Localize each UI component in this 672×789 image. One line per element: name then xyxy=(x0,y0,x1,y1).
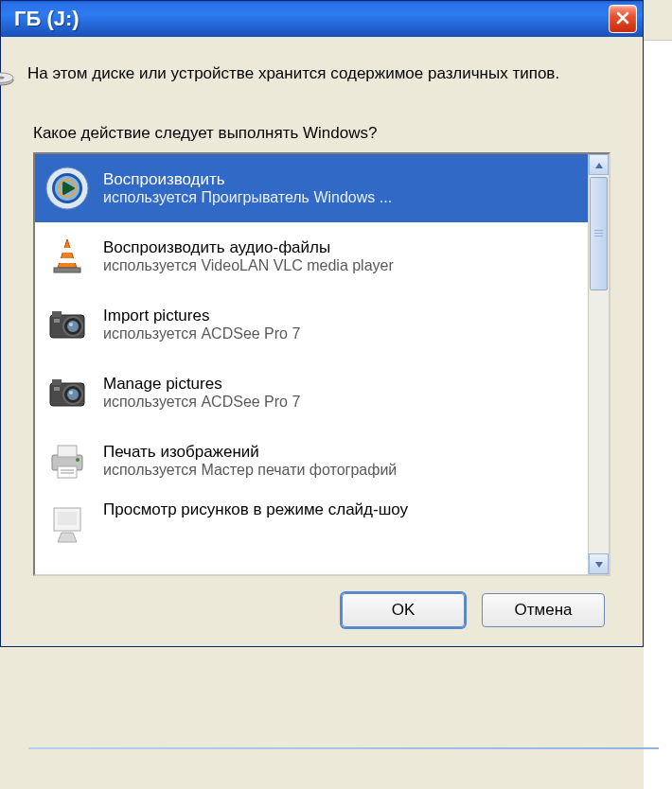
svg-point-20 xyxy=(69,391,73,394)
scroll-thumb[interactable] xyxy=(590,177,608,290)
svg-rect-29 xyxy=(58,512,77,525)
action-title: Import pictures xyxy=(103,307,578,325)
cancel-button[interactable]: Отмена xyxy=(482,593,605,627)
action-texts: Manage picturesиспользуется ACDSee Pro 7 xyxy=(103,375,578,411)
button-row: OK Отмена xyxy=(33,593,610,627)
scroll-down-button[interactable] xyxy=(589,553,609,574)
svg-point-25 xyxy=(76,458,80,462)
action-item[interactable]: Import picturesиспользуется ACDSee Pro 7 xyxy=(35,290,588,359)
action-item[interactable]: Воспроизводитьиспользуется Проигрыватель… xyxy=(35,154,588,222)
action-title: Печать изображений xyxy=(103,443,578,462)
action-texts: Печать изображенийиспользуется Мастер пе… xyxy=(103,443,578,479)
action-subtitle: используется ACDSee Pro 7 xyxy=(103,394,578,411)
chevron-up-icon xyxy=(594,158,604,172)
svg-point-14 xyxy=(69,323,73,326)
window-title: ГБ (J:) xyxy=(14,7,80,31)
action-title: Просмотр рисунков в режиме слайд-шоу xyxy=(103,500,578,519)
action-title: Воспроизводить аудио-файлы xyxy=(103,238,578,257)
svg-rect-23 xyxy=(58,446,77,457)
camera-icon xyxy=(44,302,90,347)
svg-rect-17 xyxy=(52,379,62,385)
background-divider xyxy=(28,747,659,749)
action-item[interactable]: Manage picturesиспользуется ACDSee Pro 7 xyxy=(35,359,588,427)
action-subtitle: используется Мастер печати фотографий xyxy=(103,462,578,479)
svg-rect-9 xyxy=(54,268,80,272)
action-texts: Просмотр рисунков в режиме слайд-шоу xyxy=(103,500,578,519)
action-item[interactable]: Просмотр рисунков в режиме слайд-шоу xyxy=(35,495,588,533)
svg-point-13 xyxy=(67,321,79,332)
chevron-down-icon xyxy=(594,557,604,571)
close-icon xyxy=(615,10,630,28)
svg-rect-24 xyxy=(58,466,77,478)
intro-text: На этом диске или устройстве хранится со… xyxy=(27,63,559,85)
close-button[interactable] xyxy=(609,5,637,33)
vlc-icon xyxy=(44,234,90,279)
action-texts: Воспроизводить аудио-файлыиспользуется V… xyxy=(103,238,578,274)
ok-button[interactable]: OK xyxy=(342,593,465,627)
scrollbar[interactable] xyxy=(588,154,609,574)
dialog-body: На этом диске или устройстве хранится со… xyxy=(1,37,643,646)
action-item[interactable]: Воспроизводить аудио-файлыиспользуется V… xyxy=(35,222,588,290)
camera-icon xyxy=(44,370,90,415)
titlebar[interactable]: ГБ (J:) xyxy=(1,1,643,37)
background-panel xyxy=(644,40,672,789)
screen-icon xyxy=(44,500,90,546)
action-list: Воспроизводитьиспользуется Проигрыватель… xyxy=(33,152,610,576)
action-title: Воспроизводить xyxy=(103,170,578,189)
printer-icon xyxy=(44,438,90,483)
scroll-track[interactable] xyxy=(589,175,609,553)
action-subtitle: используется VideoLAN VLC media player xyxy=(103,257,578,274)
action-texts: Import picturesиспользуется ACDSee Pro 7 xyxy=(103,307,578,342)
svg-rect-11 xyxy=(52,311,62,317)
autoplay-dialog: ГБ (J:) На этом диске или устройстве хра… xyxy=(0,0,644,647)
drive-icon xyxy=(0,65,14,90)
action-texts: Воспроизводитьиспользуется Проигрыватель… xyxy=(103,170,578,206)
svg-point-19 xyxy=(67,389,79,400)
svg-rect-7 xyxy=(62,248,73,253)
action-title: Manage pictures xyxy=(103,375,578,394)
svg-rect-15 xyxy=(54,319,60,323)
action-subtitle: используется ACDSee Pro 7 xyxy=(103,325,578,342)
action-item[interactable]: Печать изображенийиспользуется Мастер пе… xyxy=(35,427,588,495)
svg-rect-21 xyxy=(54,387,60,391)
scroll-up-button[interactable] xyxy=(589,154,609,175)
wmp-icon xyxy=(44,166,90,211)
action-subtitle: используется Проигрыватель Windows ... xyxy=(103,189,578,206)
prompt-text: Какое действие следует выполнять Windows… xyxy=(33,124,610,143)
svg-rect-8 xyxy=(59,258,76,263)
